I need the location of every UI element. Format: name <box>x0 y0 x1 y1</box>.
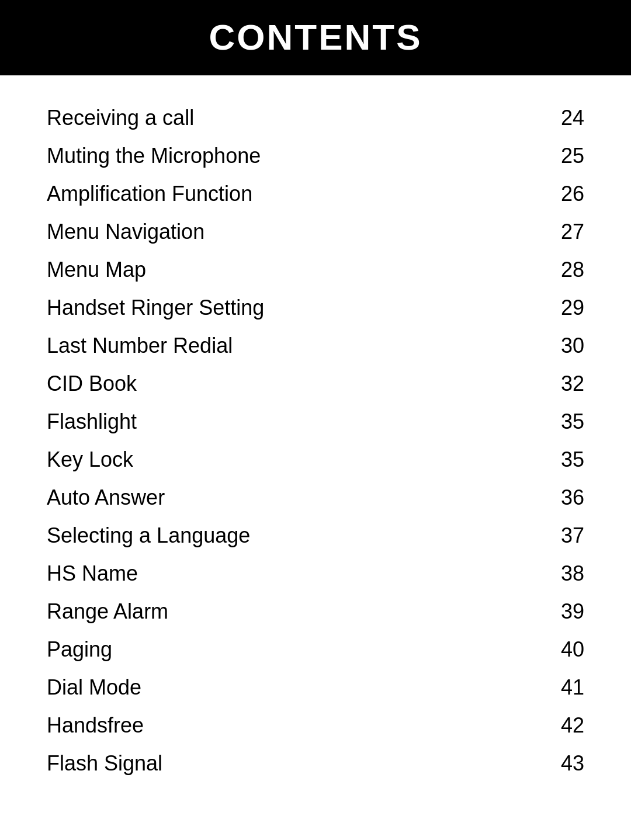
toc-item-page: 24 <box>538 99 584 137</box>
toc-item-label: Handset Ringer Setting <box>47 289 538 327</box>
toc-section-page: 44 <box>538 820 584 840</box>
header: CONTENTS <box>0 0 631 74</box>
toc-item: Last Number Redial30 <box>47 327 584 365</box>
toc-section-header: ADVANCED FUNCTIONS44 <box>47 820 584 840</box>
toc-item-label: HS Name <box>47 554 538 592</box>
toc-item-label: Menu Navigation <box>47 213 538 251</box>
toc-item-page: 25 <box>538 137 584 175</box>
toc-item-page: 36 <box>538 478 584 516</box>
toc-item-page: 43 <box>538 744 584 782</box>
toc-item: Menu Map28 <box>47 251 584 289</box>
toc-item-page: 41 <box>538 668 584 706</box>
toc-item-label: Paging <box>47 630 538 668</box>
toc-item-label: Last Number Redial <box>47 327 538 365</box>
toc-item-page: 40 <box>538 630 584 668</box>
toc-item: Selecting a Language37 <box>47 516 584 554</box>
toc-item-label: Handsfree <box>47 706 538 744</box>
toc-item: Range Alarm39 <box>47 592 584 630</box>
toc-item-page: 37 <box>538 516 584 554</box>
toc-item-label: Menu Map <box>47 251 538 289</box>
toc-item-page: 35 <box>538 440 584 478</box>
toc-item-page: 30 <box>538 327 584 365</box>
toc-item-label: CID Book <box>47 365 538 402</box>
toc-item-label: Flash Signal <box>47 744 538 782</box>
toc-item-label: Muting the Microphone <box>47 137 538 175</box>
toc-item-page: 38 <box>538 554 584 592</box>
toc-item: Key Lock35 <box>47 440 584 478</box>
toc-item-label: Auto Answer <box>47 478 538 516</box>
toc-item: Muting the Microphone25 <box>47 137 584 175</box>
toc-item-page: 42 <box>538 706 584 744</box>
toc-item: Handsfree42 <box>47 706 584 744</box>
toc-item: Handset Ringer Setting29 <box>47 289 584 327</box>
toc-item-label: Amplification Function <box>47 175 538 213</box>
toc-item: Flash Signal43 <box>47 744 584 782</box>
toc-item: CID Book32 <box>47 365 584 402</box>
toc-item-label: Range Alarm <box>47 592 538 630</box>
toc-table: Receiving a call24Muting the Microphone2… <box>47 99 584 840</box>
toc-item-page: 32 <box>538 365 584 402</box>
toc-item-page: 29 <box>538 289 584 327</box>
header-title: CONTENTS <box>209 17 422 57</box>
toc-item-page: 35 <box>538 402 584 440</box>
toc-item: Auto Answer36 <box>47 478 584 516</box>
toc-item-page: 27 <box>538 213 584 251</box>
content-area: Receiving a call24Muting the Microphone2… <box>0 75 631 840</box>
toc-item-label: Selecting a Language <box>47 516 538 554</box>
toc-item: Receiving a call24 <box>47 99 584 137</box>
toc-item: Dial Mode41 <box>47 668 584 706</box>
toc-item-label: Dial Mode <box>47 668 538 706</box>
toc-section-label: ADVANCED FUNCTIONS <box>47 820 538 840</box>
toc-item-page: 39 <box>538 592 584 630</box>
toc-item-label: Flashlight <box>47 402 538 440</box>
toc-item-label: Key Lock <box>47 440 538 478</box>
toc-item-page: 26 <box>538 175 584 213</box>
toc-spacer <box>47 782 584 820</box>
toc-item-page: 28 <box>538 251 584 289</box>
toc-item: Flashlight35 <box>47 402 584 440</box>
toc-item: HS Name38 <box>47 554 584 592</box>
toc-item: Amplification Function26 <box>47 175 584 213</box>
toc-item-label: Receiving a call <box>47 99 538 137</box>
toc-item: Menu Navigation27 <box>47 213 584 251</box>
toc-item: Paging40 <box>47 630 584 668</box>
